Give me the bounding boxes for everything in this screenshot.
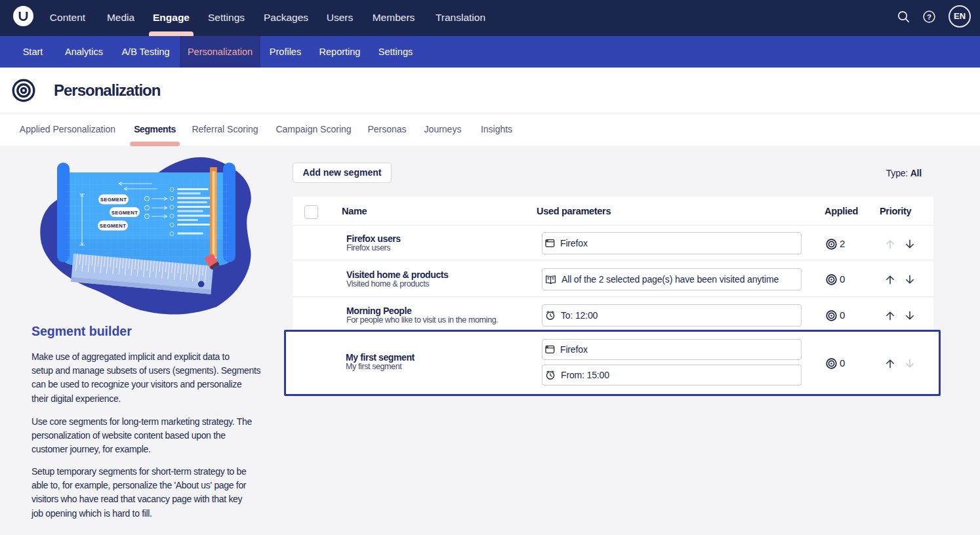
svg-text:SEGMENT: SEGMENT — [100, 197, 127, 203]
svg-text:SEGMENT: SEGMENT — [100, 223, 127, 229]
svg-text:?: ? — [927, 13, 931, 21]
svg-text:SEGMENT: SEGMENT — [112, 210, 138, 216]
